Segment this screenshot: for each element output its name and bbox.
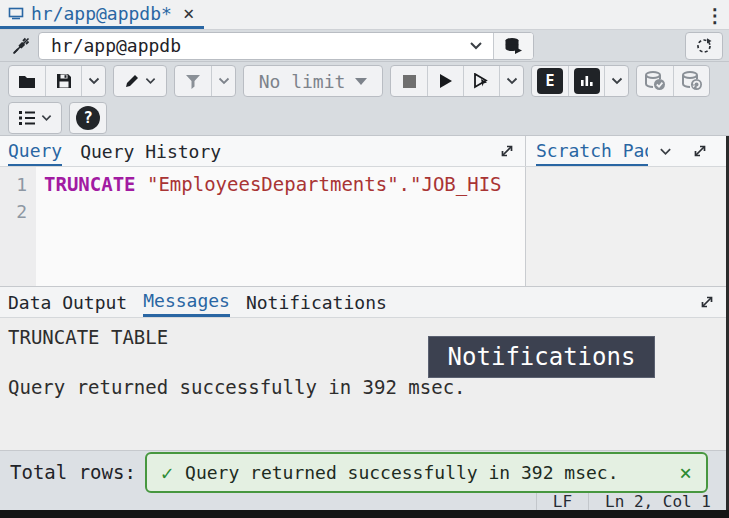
window-bottom-edge <box>0 510 729 518</box>
filter-funnel-icon[interactable] <box>175 66 211 96</box>
scratch-pad-input[interactable] <box>525 167 727 286</box>
tab-scratch-pad[interactable]: Scratch Pad <box>536 137 648 166</box>
execute-options-chevron-icon[interactable] <box>499 66 523 96</box>
filter-options-chevron-icon[interactable] <box>211 66 235 96</box>
tab-messages[interactable]: Messages <box>143 287 230 317</box>
save-options-chevron-icon[interactable] <box>81 66 105 96</box>
document-tabbar: hr/app@appdb* × ⋮ <box>0 0 729 30</box>
save-file-icon[interactable] <box>45 66 81 96</box>
file-group <box>8 65 106 97</box>
toast-message: Query returned successfully in 392 msec. <box>185 462 618 483</box>
line-number: 2 <box>0 198 27 225</box>
filter-group <box>174 65 236 97</box>
query-tool-tab[interactable]: hr/app@appdb* × <box>0 0 204 29</box>
terminal-monitor-icon <box>8 6 24 20</box>
refresh-connection-icon[interactable] <box>685 32 723 60</box>
execute-script-icon[interactable] <box>463 66 499 96</box>
disconnect-plug-icon[interactable] <box>6 32 36 60</box>
tab-query[interactable]: Query <box>8 136 62 166</box>
notifications-tooltip: Notifications <box>428 336 655 378</box>
rollback-icon[interactable] <box>673 66 709 96</box>
chevron-down-icon[interactable] <box>459 33 493 59</box>
tab-data-output[interactable]: Data Output <box>8 287 127 317</box>
open-file-icon[interactable] <box>9 66 45 96</box>
explain-options-chevron-icon[interactable] <box>604 66 628 96</box>
row-limit-dropdown[interactable]: No limit <box>243 65 383 97</box>
secondary-toolbar: ? <box>0 100 729 136</box>
editor-tabstrip: Query Query History Scratch Pad <box>0 136 727 167</box>
total-rows-label: Total rows: <box>10 461 136 483</box>
tabbar-spacer <box>204 0 701 29</box>
tab-query-history[interactable]: Query History <box>80 136 221 166</box>
results-panel-expand-icon[interactable] <box>687 287 727 317</box>
scratch-pad-chevron-icon[interactable] <box>648 147 682 156</box>
connection-value: hr/app@appdb <box>39 33 459 59</box>
help-group: ? <box>69 102 107 134</box>
macros-group <box>8 102 62 134</box>
message-status: Query returned successfully in 392 msec. <box>8 376 466 398</box>
close-icon[interactable]: × <box>183 2 194 24</box>
line-number: 1 <box>0 171 27 198</box>
edit-chevron-icon <box>145 77 156 85</box>
macros-chevron-icon <box>41 114 52 122</box>
explain-analyze-chart-icon[interactable] <box>568 66 604 96</box>
row-limit-value: No limit <box>259 71 346 92</box>
eol-indicator: LF <box>536 492 588 510</box>
tab-notifications[interactable]: Notifications <box>246 287 387 317</box>
success-toast: ✓ Query returned successfully in 392 mse… <box>145 452 708 493</box>
execute-play-icon[interactable] <box>427 66 463 96</box>
transaction-group <box>636 65 710 97</box>
stop-icon[interactable] <box>391 66 427 96</box>
main-toolbar: No limit E <box>0 62 729 100</box>
results-tabstrip: Data Output Messages Notifications <box>0 286 727 318</box>
scratch-pad-expand-icon[interactable] <box>682 143 718 159</box>
connection-select[interactable]: hr/app@appdb <box>38 32 534 60</box>
line-number-gutter: 1 2 <box>0 167 36 286</box>
edit-group <box>113 65 167 97</box>
edit-pencil-icon[interactable] <box>114 66 166 96</box>
sql-identifiers: "EmployeesDepartments"."JOB_HIS <box>136 173 502 195</box>
tab-title: hr/app@appdb* <box>31 3 172 24</box>
connection-bar: hr/app@appdb <box>0 30 729 62</box>
explain-button[interactable]: E <box>532 66 568 96</box>
check-icon: ✓ <box>161 461 173 485</box>
sql-code-input[interactable]: TRUNCATE "EmployeesDepartments"."JOB_HIS <box>44 171 525 283</box>
sql-editor: 1 2 TRUNCATE "EmployeesDepartments"."JOB… <box>0 167 727 286</box>
query-panel-expand-icon[interactable] <box>489 136 525 166</box>
new-connection-button[interactable] <box>493 33 533 59</box>
cursor-position: Ln 2, Col 1 <box>588 492 727 510</box>
status-bar: LF Ln 2, Col 1 <box>0 492 727 510</box>
dropdown-triangle-icon <box>355 78 367 85</box>
sql-keyword: TRUNCATE <box>44 173 136 195</box>
execute-group <box>390 65 524 97</box>
kebab-menu-icon[interactable]: ⋮ <box>701 0 729 29</box>
help-icon[interactable]: ? <box>70 103 106 133</box>
editor-tabs: Query Query History <box>0 136 221 166</box>
scratch-pad-header: Scratch Pad <box>525 136 727 166</box>
commit-icon[interactable] <box>637 66 673 96</box>
message-command: TRUNCATE TABLE <box>8 326 168 348</box>
explain-group: E <box>531 65 629 97</box>
explain-label: E <box>537 68 563 94</box>
macros-list-icon[interactable] <box>9 103 61 133</box>
toast-close-icon[interactable]: × <box>679 461 692 485</box>
pgadmin-query-tool-window: hr/app@appdb* × ⋮ hr/app@appdb <box>0 0 729 518</box>
